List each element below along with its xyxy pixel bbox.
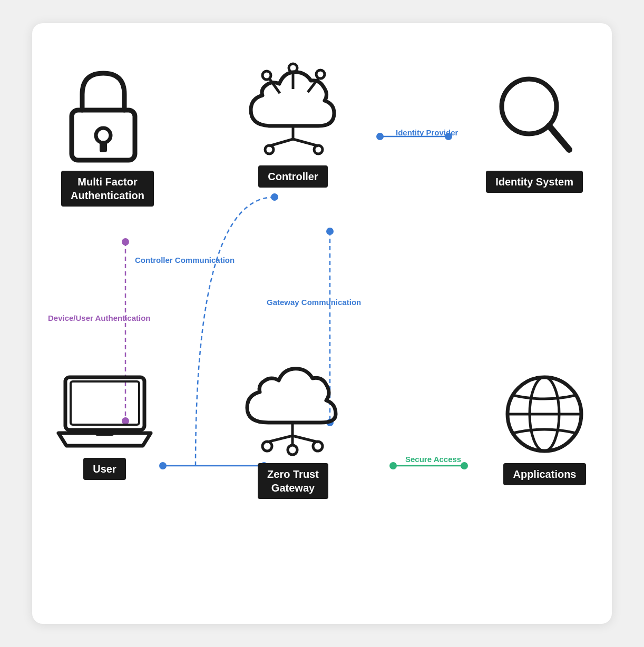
- applications-label: Applications: [503, 463, 586, 485]
- svg-rect-16: [72, 110, 135, 160]
- svg-line-38: [292, 436, 318, 442]
- applications-icon: [501, 371, 588, 458]
- identity-icon: [491, 65, 578, 165]
- svg-line-31: [549, 126, 569, 150]
- gateway-label: Zero Trust Gateway: [258, 463, 328, 499]
- svg-rect-32: [65, 377, 144, 430]
- controller-icon: [240, 57, 346, 160]
- controller-node: Controller: [240, 57, 346, 188]
- applications-node: Applications: [501, 371, 588, 485]
- diagram-container: Multi Factor Authentication: [32, 23, 612, 624]
- user-node: User: [56, 371, 153, 480]
- svg-point-11: [376, 133, 384, 140]
- identity-label: Identity System: [486, 171, 583, 193]
- svg-point-21: [265, 145, 274, 154]
- secure-access-label: Secure Access: [405, 454, 461, 465]
- svg-rect-33: [71, 381, 139, 425]
- svg-rect-18: [100, 141, 107, 152]
- controller-comm-label: Controller Communication: [135, 255, 235, 266]
- svg-point-23: [314, 145, 323, 154]
- svg-line-22: [293, 139, 318, 146]
- gateway-icon: [238, 360, 348, 458]
- svg-point-39: [313, 442, 323, 451]
- svg-point-4: [159, 462, 167, 469]
- svg-point-8: [326, 228, 334, 235]
- svg-point-6: [271, 193, 278, 201]
- svg-line-36: [267, 436, 292, 442]
- svg-point-17: [96, 128, 111, 143]
- svg-point-25: [262, 71, 271, 80]
- svg-point-14: [389, 462, 397, 469]
- svg-point-40: [288, 445, 297, 455]
- identity-provider-label: Identity Provider: [396, 128, 458, 138]
- svg-rect-34: [95, 430, 114, 436]
- user-label: User: [83, 458, 125, 480]
- svg-point-29: [316, 70, 325, 79]
- user-icon: [56, 371, 153, 453]
- gateway-comm-label: Gateway Communication: [267, 297, 361, 308]
- gateway-node: Zero Trust Gateway: [238, 360, 348, 499]
- mfa-icon: [61, 65, 145, 165]
- svg-point-37: [262, 442, 272, 451]
- svg-point-27: [289, 64, 297, 72]
- identity-node: Identity System: [486, 65, 583, 193]
- device-user-auth-label: Device/User Authentication: [48, 313, 151, 324]
- svg-point-15: [461, 462, 468, 469]
- mfa-label: Multi Factor Authentication: [61, 171, 154, 207]
- svg-point-1: [122, 238, 129, 246]
- mfa-node: Multi Factor Authentication: [61, 65, 154, 207]
- controller-label: Controller: [258, 165, 328, 188]
- svg-line-20: [269, 139, 293, 146]
